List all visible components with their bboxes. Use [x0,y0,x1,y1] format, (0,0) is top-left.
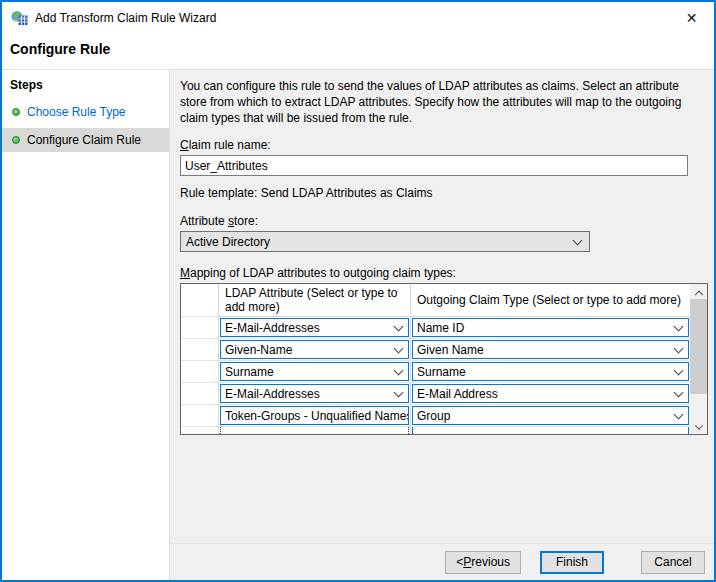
outgoing-claim-select[interactable]: Group [412,406,689,425]
scroll-up-icon [694,290,702,298]
steps-sidebar: Steps Choose Rule Type Configure Claim R… [2,70,170,580]
ldap-attribute-select[interactable]: Given-Name [220,340,409,359]
table-row: E-Mail-Addresses E-Mail Address [181,383,707,405]
row-selector-cell[interactable] [181,339,219,361]
chevron-down-icon [394,343,404,353]
chevron-down-icon [674,321,684,331]
row-selector-cell[interactable] [181,427,219,435]
rule-template-text: Rule template: Send LDAP Attributes as C… [180,186,708,200]
scroll-down-button[interactable] [690,419,707,434]
step-bullet-icon [12,108,20,116]
table-row: E-Mail-Addresses Name ID [181,317,707,339]
ldap-attribute-select[interactable]: Token-Groups - Unqualified Names [220,406,409,425]
row-selector-cell[interactable] [181,361,219,383]
row-selector-cell[interactable] [181,317,219,339]
chevron-down-icon [394,321,404,331]
close-button[interactable]: ✕ [669,3,714,32]
outgoing-claim-select[interactable]: E-Mail Address [412,384,689,403]
steps-header: Steps [2,70,169,92]
row-selector-header [181,284,219,317]
main-panel: You can configure this rule to send the … [170,70,716,580]
outgoing-claim-select[interactable]: Given Name [412,340,689,359]
claim-rule-name-label: Claim rule name: [180,138,708,152]
wizard-window: Add Transform Claim Rule Wizard ✕ Config… [0,0,716,582]
row-selector-cell[interactable] [181,405,219,427]
chevron-down-icon [573,235,583,245]
previous-button[interactable]: < Previous [445,551,521,574]
title-bar: Add Transform Claim Rule Wizard ✕ [2,2,714,33]
scroll-up-button[interactable] [690,284,707,299]
outgoing-claim-select[interactable]: Surname [412,362,689,381]
heading-area: Configure Rule [2,33,714,69]
table-row: Token-Groups - Unqualified Names Group [181,405,707,427]
step-item-configure-claim-rule[interactable]: Configure Claim Rule [2,128,169,152]
outgoing-claim-select[interactable]: Name ID [412,318,689,337]
rule-description: You can configure this rule to send the … [180,78,704,126]
chevron-down-icon [674,343,684,353]
chevron-down-icon [394,365,404,375]
table-header-claim: Outgoing Claim Type (Select or type to a… [411,284,690,317]
page-title: Configure Rule [10,41,714,57]
finish-button[interactable]: Finish [540,551,604,574]
table-header-ldap: LDAP Attribute (Select or type to add mo… [219,284,411,317]
step-item-choose-rule-type[interactable]: Choose Rule Type [2,100,169,124]
step-label: Configure Claim Rule [27,133,141,147]
attribute-store-select[interactable]: Active Directory [180,231,590,252]
step-bullet-icon [12,136,20,144]
cancel-button[interactable]: Cancel [641,551,705,574]
table-row: Surname Surname [181,361,707,383]
row-selector-cell[interactable] [181,383,219,405]
close-icon: ✕ [686,10,698,26]
table-new-row [181,427,707,435]
chevron-down-icon [394,387,404,397]
scroll-down-icon [694,421,702,429]
ldap-attribute-select[interactable] [220,427,409,435]
claim-rule-name-input[interactable] [180,155,688,176]
scroll-thumb[interactable] [690,299,707,394]
table-scrollbar[interactable] [690,284,707,434]
chevron-down-icon [674,387,684,397]
step-label: Choose Rule Type [27,105,126,119]
table-header-row: LDAP Attribute (Select or type to add mo… [181,284,707,317]
mapping-label: Mapping of LDAP attributes to outgoing c… [180,266,708,280]
chevron-down-icon [674,365,684,375]
adfs-wizard-icon [11,10,29,26]
table-row: Given-Name Given Name [181,339,707,361]
attribute-store-value: Active Directory [186,235,270,249]
button-bar: < Previous Finish Cancel [170,543,716,580]
ldap-attribute-select[interactable]: Surname [220,362,409,381]
ldap-attribute-select[interactable]: E-Mail-Addresses [220,318,409,337]
attribute-store-label: Attribute store: [180,214,708,228]
ldap-attribute-select[interactable]: E-Mail-Addresses [220,384,409,403]
chevron-down-icon [674,409,684,419]
mapping-table: LDAP Attribute (Select or type to add mo… [180,283,708,435]
window-title: Add Transform Claim Rule Wizard [35,11,669,25]
outgoing-claim-select[interactable] [412,427,689,435]
